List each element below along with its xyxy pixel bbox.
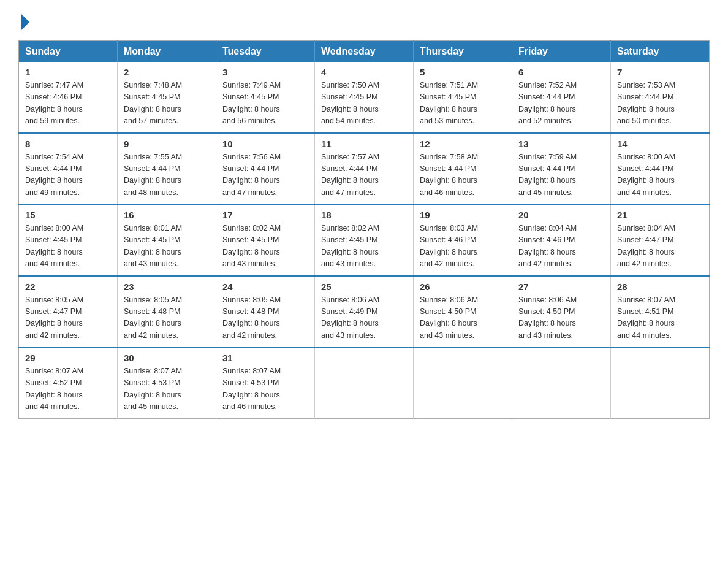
day-info: Sunrise: 7:54 AM Sunset: 4:44 PM Dayligh… xyxy=(25,151,111,199)
weekday-header-friday: Friday xyxy=(512,41,611,63)
calendar-cell: 7 Sunrise: 7:53 AM Sunset: 4:44 PM Dayli… xyxy=(611,62,710,133)
calendar-cell xyxy=(512,347,611,418)
weekday-header-thursday: Thursday xyxy=(414,41,512,63)
weekday-header-tuesday: Tuesday xyxy=(216,41,315,63)
calendar-cell: 28 Sunrise: 8:07 AM Sunset: 4:51 PM Dayl… xyxy=(611,276,710,348)
calendar-cell: 22 Sunrise: 8:05 AM Sunset: 4:47 PM Dayl… xyxy=(19,276,118,348)
calendar-cell: 5 Sunrise: 7:51 AM Sunset: 4:45 PM Dayli… xyxy=(414,62,512,133)
day-number: 19 xyxy=(420,210,506,220)
calendar-cell: 16 Sunrise: 8:01 AM Sunset: 4:45 PM Dayl… xyxy=(118,204,216,276)
calendar-cell: 2 Sunrise: 7:48 AM Sunset: 4:45 PM Dayli… xyxy=(118,62,216,133)
day-info: Sunrise: 7:52 AM Sunset: 4:44 PM Dayligh… xyxy=(518,80,604,128)
day-number: 14 xyxy=(617,139,703,149)
calendar-cell: 6 Sunrise: 7:52 AM Sunset: 4:44 PM Dayli… xyxy=(512,62,611,133)
calendar-cell: 27 Sunrise: 8:06 AM Sunset: 4:50 PM Dayl… xyxy=(512,276,611,348)
calendar-cell xyxy=(611,347,710,418)
day-number: 10 xyxy=(222,139,308,149)
day-number: 29 xyxy=(25,353,111,363)
weekday-header-monday: Monday xyxy=(118,41,216,63)
day-info: Sunrise: 8:06 AM Sunset: 4:50 PM Dayligh… xyxy=(420,294,506,342)
calendar-cell: 8 Sunrise: 7:54 AM Sunset: 4:44 PM Dayli… xyxy=(19,133,118,205)
calendar-cell: 24 Sunrise: 8:05 AM Sunset: 4:48 PM Dayl… xyxy=(216,276,315,348)
day-number: 16 xyxy=(124,210,210,220)
day-number: 9 xyxy=(124,139,210,149)
day-info: Sunrise: 8:06 AM Sunset: 4:49 PM Dayligh… xyxy=(321,294,407,342)
day-info: Sunrise: 7:47 AM Sunset: 4:46 PM Dayligh… xyxy=(25,80,111,128)
calendar-cell: 12 Sunrise: 7:58 AM Sunset: 4:44 PM Dayl… xyxy=(414,133,512,205)
logo-arrow-icon xyxy=(21,13,29,31)
day-info: Sunrise: 7:51 AM Sunset: 4:45 PM Dayligh… xyxy=(420,80,506,128)
calendar-cell: 3 Sunrise: 7:49 AM Sunset: 4:45 PM Dayli… xyxy=(216,62,315,133)
day-number: 18 xyxy=(321,210,407,220)
calendar-cell: 4 Sunrise: 7:50 AM Sunset: 4:45 PM Dayli… xyxy=(315,62,414,133)
day-info: Sunrise: 8:02 AM Sunset: 4:45 PM Dayligh… xyxy=(222,223,308,270)
weekday-header-saturday: Saturday xyxy=(611,41,710,63)
calendar-cell: 25 Sunrise: 8:06 AM Sunset: 4:49 PM Dayl… xyxy=(315,276,414,348)
day-number: 28 xyxy=(617,282,703,292)
calendar-cell: 14 Sunrise: 8:00 AM Sunset: 4:44 PM Dayl… xyxy=(611,133,710,205)
calendar-cell: 23 Sunrise: 8:05 AM Sunset: 4:48 PM Dayl… xyxy=(118,276,216,348)
day-number: 13 xyxy=(518,139,604,149)
calendar-cell: 10 Sunrise: 7:56 AM Sunset: 4:44 PM Dayl… xyxy=(216,133,315,205)
calendar-cell: 15 Sunrise: 8:00 AM Sunset: 4:45 PM Dayl… xyxy=(19,204,118,276)
day-info: Sunrise: 7:59 AM Sunset: 4:44 PM Dayligh… xyxy=(518,151,604,199)
day-info: Sunrise: 8:05 AM Sunset: 4:48 PM Dayligh… xyxy=(222,294,308,342)
day-number: 21 xyxy=(617,210,703,220)
day-info: Sunrise: 7:55 AM Sunset: 4:44 PM Dayligh… xyxy=(124,151,210,199)
calendar-cell: 29 Sunrise: 8:07 AM Sunset: 4:52 PM Dayl… xyxy=(19,347,118,418)
day-info: Sunrise: 8:01 AM Sunset: 4:45 PM Dayligh… xyxy=(124,223,210,270)
calendar-cell: 30 Sunrise: 8:07 AM Sunset: 4:53 PM Dayl… xyxy=(118,347,216,418)
day-info: Sunrise: 8:07 AM Sunset: 4:53 PM Dayligh… xyxy=(222,366,308,413)
day-number: 26 xyxy=(420,282,506,292)
calendar-week-row: 29 Sunrise: 8:07 AM Sunset: 4:52 PM Dayl… xyxy=(19,347,710,418)
day-number: 6 xyxy=(518,67,604,77)
calendar-week-row: 22 Sunrise: 8:05 AM Sunset: 4:47 PM Dayl… xyxy=(19,276,710,348)
calendar-cell: 9 Sunrise: 7:55 AM Sunset: 4:44 PM Dayli… xyxy=(118,133,216,205)
day-info: Sunrise: 8:03 AM Sunset: 4:46 PM Dayligh… xyxy=(420,223,506,270)
day-info: Sunrise: 8:07 AM Sunset: 4:51 PM Dayligh… xyxy=(617,294,703,342)
day-info: Sunrise: 8:05 AM Sunset: 4:47 PM Dayligh… xyxy=(25,294,111,342)
day-info: Sunrise: 8:04 AM Sunset: 4:46 PM Dayligh… xyxy=(518,223,604,270)
day-info: Sunrise: 7:56 AM Sunset: 4:44 PM Dayligh… xyxy=(222,151,308,199)
calendar-cell: 18 Sunrise: 8:02 AM Sunset: 4:45 PM Dayl… xyxy=(315,204,414,276)
day-number: 2 xyxy=(124,67,210,77)
day-number: 7 xyxy=(617,67,703,77)
day-info: Sunrise: 7:58 AM Sunset: 4:44 PM Dayligh… xyxy=(420,151,506,199)
day-number: 22 xyxy=(25,282,111,292)
day-number: 5 xyxy=(420,67,506,77)
day-info: Sunrise: 7:48 AM Sunset: 4:45 PM Dayligh… xyxy=(124,80,210,128)
calendar-week-row: 8 Sunrise: 7:54 AM Sunset: 4:44 PM Dayli… xyxy=(19,133,710,205)
calendar-week-row: 1 Sunrise: 7:47 AM Sunset: 4:46 PM Dayli… xyxy=(19,62,710,133)
day-number: 12 xyxy=(420,139,506,149)
calendar-week-row: 15 Sunrise: 8:00 AM Sunset: 4:45 PM Dayl… xyxy=(19,204,710,276)
day-number: 27 xyxy=(518,282,604,292)
weekday-header-wednesday: Wednesday xyxy=(315,41,414,63)
calendar-cell xyxy=(315,347,414,418)
day-number: 4 xyxy=(321,67,407,77)
day-info: Sunrise: 8:00 AM Sunset: 4:45 PM Dayligh… xyxy=(25,223,111,270)
day-info: Sunrise: 7:57 AM Sunset: 4:44 PM Dayligh… xyxy=(321,151,407,199)
day-info: Sunrise: 8:07 AM Sunset: 4:53 PM Dayligh… xyxy=(124,366,210,413)
day-info: Sunrise: 8:07 AM Sunset: 4:52 PM Dayligh… xyxy=(25,366,111,413)
calendar-cell: 20 Sunrise: 8:04 AM Sunset: 4:46 PM Dayl… xyxy=(512,204,611,276)
calendar-header-row: SundayMondayTuesdayWednesdayThursdayFrid… xyxy=(19,41,710,63)
day-number: 1 xyxy=(25,67,111,77)
calendar-cell: 26 Sunrise: 8:06 AM Sunset: 4:50 PM Dayl… xyxy=(414,276,512,348)
day-info: Sunrise: 7:50 AM Sunset: 4:45 PM Dayligh… xyxy=(321,80,407,128)
day-number: 24 xyxy=(222,282,308,292)
day-info: Sunrise: 8:02 AM Sunset: 4:45 PM Dayligh… xyxy=(321,223,407,270)
day-info: Sunrise: 8:04 AM Sunset: 4:47 PM Dayligh… xyxy=(617,223,703,270)
day-info: Sunrise: 8:06 AM Sunset: 4:50 PM Dayligh… xyxy=(518,294,604,342)
calendar-cell: 19 Sunrise: 8:03 AM Sunset: 4:46 PM Dayl… xyxy=(414,204,512,276)
day-number: 25 xyxy=(321,282,407,292)
calendar-cell: 17 Sunrise: 8:02 AM Sunset: 4:45 PM Dayl… xyxy=(216,204,315,276)
calendar-cell: 1 Sunrise: 7:47 AM Sunset: 4:46 PM Dayli… xyxy=(19,62,118,133)
day-number: 15 xyxy=(25,210,111,220)
day-info: Sunrise: 7:49 AM Sunset: 4:45 PM Dayligh… xyxy=(222,80,308,128)
day-number: 31 xyxy=(222,353,308,363)
page-header xyxy=(18,12,710,28)
day-number: 8 xyxy=(25,139,111,149)
calendar-cell xyxy=(414,347,512,418)
day-number: 23 xyxy=(124,282,210,292)
day-info: Sunrise: 8:05 AM Sunset: 4:48 PM Dayligh… xyxy=(124,294,210,342)
